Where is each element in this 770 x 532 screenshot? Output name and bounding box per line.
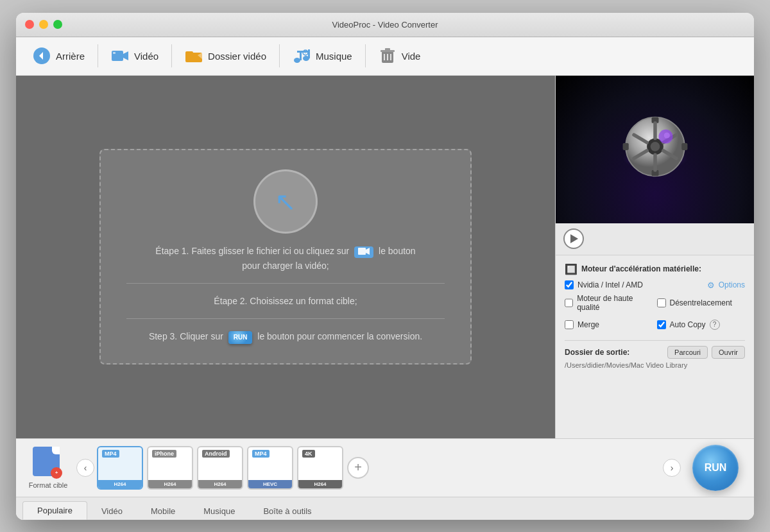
format-card-top-0: MP4	[98, 447, 142, 480]
auto-copy-help-icon[interactable]: ?	[710, 320, 720, 330]
auto-copy-checkbox[interactable]	[657, 320, 666, 329]
format-card-top-1: iPhone	[148, 447, 192, 480]
merge-row: Merge	[565, 320, 653, 330]
step3-text: Step 3. Cliquer sur RUN le bouton pour c…	[149, 329, 422, 343]
format-card-2[interactable]: Android H264	[197, 446, 243, 490]
upload-icon-circle: ↖	[253, 169, 318, 234]
tab-bar: Populaire Vidéo Mobile Musique Boîte à o…	[16, 497, 754, 520]
prev-format-button[interactable]: ‹	[76, 459, 94, 477]
svg-point-28	[650, 142, 660, 151]
back-icon	[33, 47, 51, 65]
tab-mobile[interactable]: Mobile	[137, 502, 189, 520]
merge-checkbox[interactable]	[565, 320, 574, 329]
toolbar-video-label: Vidéo	[134, 51, 158, 62]
step2-text: Étape 2. Choisissez un format cible;	[214, 294, 357, 308]
auto-copy-label: Auto Copy	[670, 320, 706, 329]
minimize-button[interactable]	[39, 20, 48, 29]
svg-marker-23	[366, 248, 370, 255]
drop-area[interactable]: ↖ Étape 1. Faites glisser le fichier ici…	[16, 76, 555, 438]
toolbar-divider-2	[171, 44, 172, 67]
svg-text:♪: ♪	[304, 51, 306, 55]
toolbar-music-label: Musique	[316, 51, 352, 62]
format-badge-3: MP4	[252, 450, 270, 458]
play-button-area	[556, 223, 754, 255]
format-card-bottom-1: H264	[148, 480, 192, 488]
film-reel-icon	[620, 114, 690, 185]
add-format-button[interactable]: +	[347, 457, 369, 479]
high-quality-label: Moteur de haute qualité	[577, 294, 653, 312]
toolbar-folder[interactable]: Dossier vidéo	[175, 42, 277, 70]
format-card-bottom-3: HEVC	[248, 480, 292, 488]
format-selector: + Format cible ‹ MP4 H264 iPhone	[16, 439, 754, 497]
deinterlace-checkbox[interactable]	[657, 298, 666, 307]
svg-rect-4	[113, 52, 116, 54]
window-controls	[25, 20, 62, 29]
svg-rect-31	[622, 142, 628, 150]
output-section: Dossier de sortie: Parcouri Ouvrir /User…	[565, 346, 745, 369]
music-icon: ♪	[293, 47, 311, 65]
nvidia-label: Nvidia / Intel / AMD	[578, 280, 643, 289]
play-button[interactable]	[563, 228, 584, 249]
folder-icon	[185, 47, 203, 65]
format-card-4[interactable]: 4K H264	[297, 446, 343, 490]
toolbar-back[interactable]: Arrière	[22, 42, 95, 70]
options-link[interactable]: Options	[719, 280, 745, 289]
window-title: VideoProc - Video Converter	[332, 20, 438, 30]
format-card-3[interactable]: MP4 HEVC	[247, 446, 293, 490]
bottom-bar: + Format cible ‹ MP4 H264 iPhone	[16, 438, 754, 520]
toolbar-empty-label: Vide	[402, 51, 421, 62]
auto-copy-row: Auto Copy ?	[657, 320, 746, 330]
output-path: /Users/didier/Movies/Mac Video Library	[565, 361, 745, 369]
svg-rect-32	[681, 142, 687, 150]
format-card-bottom-4: H264	[298, 480, 342, 488]
close-button[interactable]	[25, 20, 34, 29]
toolbar-video[interactable]: Vidéo	[101, 42, 169, 70]
browse-button[interactable]: Parcouri	[667, 346, 708, 359]
settings-panel: 🔲 Moteur d'accélération matérielle: Nvid…	[556, 255, 754, 438]
toolbar: Arrière Vidéo Dossier vidéo	[16, 37, 754, 76]
step1-text: Étape 1. Faites glisser le fichier ici o…	[155, 244, 415, 273]
format-target: + Format cible	[22, 447, 74, 489]
format-badge-4: 4K	[302, 450, 315, 458]
next-format-button[interactable]: ›	[663, 459, 681, 477]
drop-box[interactable]: ↖ Étape 1. Faites glisser le fichier ici…	[99, 149, 472, 365]
maximize-button[interactable]	[53, 20, 62, 29]
format-badge-1: iPhone	[152, 450, 176, 458]
preview-gradient	[556, 76, 754, 223]
output-label-row: Dossier de sortie: Parcouri Ouvrir	[565, 346, 745, 359]
hw-acceleration-section: 🔲 Moteur d'accélération matérielle: Nvid…	[565, 263, 745, 334]
video-icon	[111, 47, 129, 65]
tab-musique[interactable]: Musique	[189, 502, 249, 520]
format-badge-0: MP4	[102, 450, 119, 458]
format-card-bottom-0: H264	[98, 480, 142, 488]
toolbar-music[interactable]: ♪ Musique	[282, 42, 363, 70]
format-card-1[interactable]: iPhone H264	[147, 446, 193, 490]
run-button[interactable]: RUN	[692, 445, 739, 491]
title-bar: VideoProc - Video Converter	[16, 13, 754, 37]
options-gear-icon: ⚙	[707, 280, 715, 290]
tab-boite[interactable]: Boîte à outils	[249, 502, 325, 520]
svg-marker-3	[123, 51, 128, 60]
tab-video[interactable]: Vidéo	[87, 502, 137, 520]
format-cards-container: MP4 H264 iPhone H264 Android H264	[97, 446, 660, 490]
deinterlace-label: Désentrelacement	[670, 298, 732, 307]
toolbar-divider-3	[279, 44, 280, 67]
high-quality-checkbox[interactable]	[565, 298, 573, 307]
step-separator-2	[126, 318, 445, 319]
format-target-label: Format cible	[29, 481, 68, 489]
toolbar-folder-label: Dossier vidéo	[208, 51, 266, 62]
doc-shape-icon: +	[33, 447, 60, 476]
open-button[interactable]: Ouvrir	[712, 346, 745, 359]
options-grid: Moteur de haute qualité Désentrelacement…	[565, 294, 745, 334]
format-card-top-4: 4K	[298, 447, 342, 480]
toolbar-empty[interactable]: Vide	[368, 42, 431, 70]
right-panel: 🔲 Moteur d'accélération matérielle: Nvid…	[555, 76, 754, 438]
main-content: ↖ Étape 1. Faites glisser le fichier ici…	[16, 76, 754, 438]
format-card-0[interactable]: MP4 H264	[97, 446, 143, 490]
tab-populaire[interactable]: Populaire	[22, 501, 87, 520]
svg-rect-22	[358, 248, 366, 255]
toolbar-divider-1	[98, 44, 98, 67]
high-quality-row: Moteur de haute qualité	[565, 294, 653, 312]
left-panel: ↖ Étape 1. Faites glisser le fichier ici…	[16, 76, 555, 438]
nvidia-checkbox[interactable]	[565, 280, 574, 289]
